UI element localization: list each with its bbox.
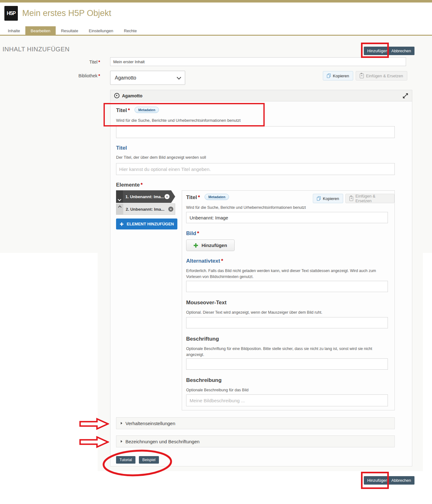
h5p-editor-page: H5P Mein erstes H5P Objekt Inhalte Bearb… [0, 0, 432, 504]
add-content-button-bottom[interactable]: Hinzufügen [364, 476, 391, 485]
add-image-label: Hinzufügen [201, 243, 227, 248]
image-field-heading: Bild* [186, 230, 199, 237]
hover-text-heading: Mouseover-Text [186, 300, 226, 306]
alt-text-input[interactable] [186, 281, 388, 292]
paste-icon [360, 74, 364, 78]
elements-label: Elemente* [116, 182, 143, 188]
elements-label-text: Elemente [116, 182, 140, 188]
agamotto-panel-header[interactable]: Agamotto [110, 90, 412, 101]
element-paste-label: Einfügen & Ersetzen [355, 194, 390, 203]
element-2-order-handle[interactable] [116, 204, 123, 214]
chevron-down-icon [177, 75, 181, 79]
paste-replace-button[interactable]: Einfügen & Ersetzen [356, 71, 407, 80]
description-description: Optionale Beschreibung für das Bild [186, 387, 388, 393]
element-metadata-title-text: Titel [186, 194, 197, 200]
triangle-right-icon [121, 440, 122, 443]
top-accent-bar [0, 0, 432, 3]
paste-button-label: Einfügen & Ersetzen [366, 74, 403, 78]
add-element-button[interactable]: ELEMENT HINZUFÜGEN [116, 219, 177, 229]
image-title-input[interactable] [116, 163, 395, 175]
agamotto-library-icon [114, 93, 119, 98]
example-button[interactable]: Beispiel [139, 456, 159, 464]
image-title-heading: Titel [116, 145, 127, 151]
library-select[interactable]: Agamotto [110, 71, 185, 85]
triangle-right-icon [121, 422, 122, 424]
fullscreen-expand-icon[interactable] [403, 93, 408, 99]
copy-icon [327, 74, 331, 78]
element-edit-panel: Titel* Metadaten Kopieren Einfügen & Ers… [182, 190, 395, 410]
section-heading: INHALT HINZUFÜGEN [3, 46, 69, 53]
copy-button[interactable]: Kopieren [323, 71, 353, 80]
copy-icon [317, 196, 321, 201]
caption-heading: Beschriftung [186, 336, 219, 342]
element-copy-label: Kopieren [323, 196, 339, 201]
plus-icon [120, 222, 123, 226]
title-field-label-text: Titel [89, 59, 98, 64]
alt-text-heading: Alternativtext* [186, 258, 223, 264]
element-paste-replace-button[interactable]: Einfügen & Ersetzen [345, 194, 394, 203]
tab-underline [0, 35, 432, 36]
element-1-order-handle[interactable] [116, 190, 123, 203]
description-input[interactable] [186, 394, 388, 406]
behaviour-settings-collapsible[interactable]: Verhaltenseinstellungen [116, 417, 395, 429]
paste-icon [349, 196, 353, 201]
add-image-button[interactable]: Hinzufügen [186, 239, 235, 251]
metadata-title-input[interactable] [116, 126, 395, 138]
element-metadata-title-input[interactable] [186, 212, 388, 223]
add-element-label: ELEMENT HINZUFÜGEN [127, 222, 174, 226]
add-content-button-top[interactable]: Hinzufügen [364, 47, 391, 55]
plus-icon [194, 243, 198, 248]
h5p-logo: H5P [4, 6, 18, 21]
element-1-label: 1. Unbenannt: Ima... [123, 194, 164, 199]
caption-description: Optionale Beschriftung für eine Bildposi… [186, 346, 388, 358]
tab-einstellungen[interactable]: Einstellungen [84, 26, 119, 35]
metadata-description: Wird für die Suche, Berichte und Urheber… [116, 118, 241, 124]
required-asterisk: * [98, 59, 100, 64]
metadata-title-label: Titel* Metadaten [116, 107, 159, 114]
tutorial-button[interactable]: Tutorial [116, 456, 135, 464]
required-asterisk: * [197, 194, 200, 200]
chevron-down-icon [118, 198, 121, 201]
element-2-remove-icon[interactable]: ✕ [168, 207, 173, 212]
chevron-up-icon [118, 205, 121, 209]
element-metadata-title-label: Titel* Metadaten [186, 194, 229, 201]
alt-text-description: Erforderlich. Falls das Bild nicht gelad… [186, 268, 388, 280]
tab-inhalte[interactable]: Inhalte [3, 26, 25, 35]
required-asterisk: * [140, 182, 143, 188]
behaviour-settings-label: Verhaltenseinstellungen [125, 421, 175, 426]
element-metadata-badge-button[interactable]: Metadaten [205, 194, 229, 200]
image-field-heading-text: Bild [186, 230, 196, 236]
library-field-label-text: Bibliothek [79, 73, 98, 78]
page-title: Mein erstes H5P Objekt [22, 8, 111, 18]
element-item-1[interactable]: 1. Unbenannt: Ima... ✕ [116, 190, 171, 203]
element-copy-button[interactable]: Kopieren [313, 194, 343, 203]
image-title-description: Der Titel, der über dem Bild angezeigt w… [116, 155, 206, 161]
cancel-button-bottom[interactable]: Abbrechen [388, 476, 414, 485]
element-metadata-description: Wird für die Suche, Berichte und Urheber… [186, 205, 306, 211]
element-2-label: 2. Unbenannt: Ima... [123, 207, 165, 212]
tab-bar: Inhalte Bearbeiten Resultate Einstellung… [3, 26, 142, 35]
copy-button-label: Kopieren [333, 74, 349, 78]
title-field-label: Titel* [3, 59, 100, 64]
required-asterisk: * [98, 73, 100, 78]
library-field-label: Bibliothek* [3, 73, 100, 78]
caption-input[interactable] [186, 358, 388, 370]
tab-rechte[interactable]: Rechte [119, 26, 142, 35]
description-heading: Beschreibung [186, 377, 221, 383]
metadata-badge-button[interactable]: Metadaten [135, 107, 159, 113]
metadata-title-text: Titel [116, 107, 127, 113]
tab-bearbeiten[interactable]: Bearbeiten [25, 26, 56, 35]
content-title-input[interactable] [110, 57, 406, 66]
hover-text-input[interactable] [186, 317, 388, 328]
required-asterisk: * [220, 258, 223, 264]
agamotto-panel-title: Agamotto [122, 93, 142, 98]
hover-text-description: Optional. Dieser Text wird angezeigt, we… [186, 310, 388, 316]
element-item-2[interactable]: 2. Unbenannt: Ima... ✕ [116, 203, 175, 215]
tab-resultate[interactable]: Resultate [56, 26, 84, 35]
labels-captions-label: Bezeichnungen und Beschriftungen [125, 439, 200, 444]
element-1-remove-icon[interactable]: ✕ [165, 194, 170, 199]
alt-text-heading-text: Alternativtext [186, 258, 220, 264]
cancel-button-top[interactable]: Abbrechen [388, 47, 414, 55]
labels-captions-collapsible[interactable]: Bezeichnungen und Beschriftungen [116, 435, 395, 447]
library-selected-value: Agamotto [115, 75, 136, 81]
